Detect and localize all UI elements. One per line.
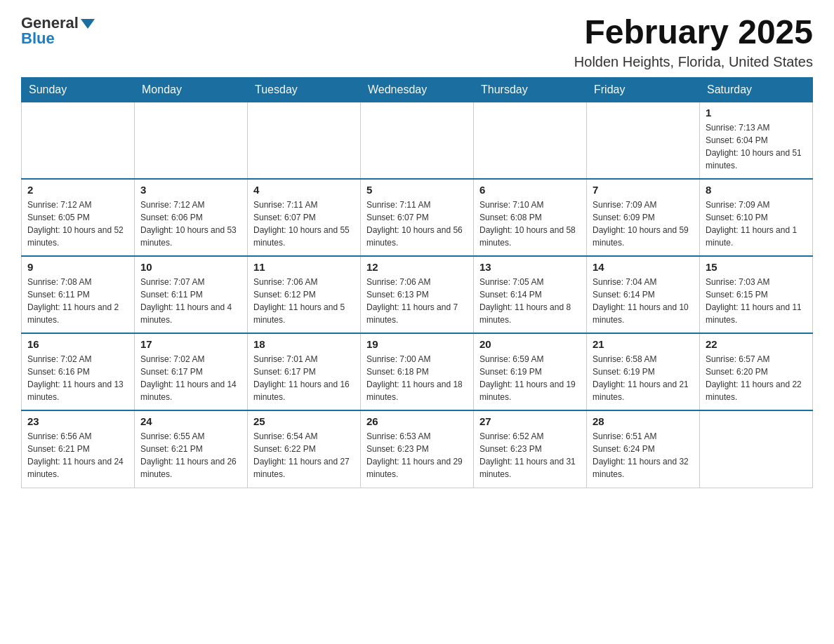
day-number: 16 [27,338,128,350]
sunset-text: Sunset: 6:06 PM [140,211,241,224]
sunrise-text: Sunrise: 7:12 AM [27,199,128,211]
day-info: Sunrise: 7:02 AMSunset: 6:16 PMDaylight:… [27,353,128,403]
sunrise-text: Sunrise: 6:53 AM [366,430,468,443]
day-number: 28 [593,415,694,427]
daylight-text: Daylight: 11 hours and 22 minutes. [706,378,807,403]
daylight-text: Daylight: 11 hours and 24 minutes. [27,455,128,481]
calendar-cell: 7Sunrise: 7:09 AMSunset: 6:09 PMDaylight… [587,179,700,256]
day-info: Sunrise: 6:51 AMSunset: 6:24 PMDaylight:… [593,430,694,481]
calendar-week-row: 9Sunrise: 7:08 AMSunset: 6:11 PMDaylight… [22,256,813,333]
daylight-text: Daylight: 11 hours and 1 minute. [706,224,807,249]
day-number: 13 [479,261,581,273]
day-info: Sunrise: 6:58 AMSunset: 6:19 PMDaylight:… [593,353,694,403]
sunrise-text: Sunrise: 6:58 AM [593,353,694,365]
sunrise-text: Sunrise: 6:56 AM [27,430,128,443]
sunset-text: Sunset: 6:09 PM [593,211,694,224]
daylight-text: Daylight: 11 hours and 21 minutes. [593,378,694,403]
calendar-table: SundayMondayTuesdayWednesdayThursdayFrid… [21,77,813,488]
day-info: Sunrise: 6:57 AMSunset: 6:20 PMDaylight:… [706,353,807,403]
sunset-text: Sunset: 6:13 PM [366,288,468,301]
weekday-header: Thursday [474,77,587,102]
sunrise-text: Sunrise: 6:54 AM [253,430,355,443]
sunrise-text: Sunrise: 6:51 AM [593,430,694,443]
day-info: Sunrise: 6:55 AMSunset: 6:21 PMDaylight:… [140,430,241,481]
sunset-text: Sunset: 6:19 PM [593,365,694,378]
calendar-cell: 11Sunrise: 7:06 AMSunset: 6:12 PMDayligh… [248,256,361,333]
sunset-text: Sunset: 6:08 PM [479,211,581,224]
day-info: Sunrise: 6:53 AMSunset: 6:23 PMDaylight:… [366,430,468,481]
sunrise-text: Sunrise: 7:11 AM [253,199,355,211]
daylight-text: Daylight: 10 hours and 53 minutes. [140,224,241,249]
day-number: 27 [479,415,581,427]
daylight-text: Daylight: 11 hours and 8 minutes. [479,301,581,326]
weekday-header: Friday [587,77,700,102]
day-number: 10 [140,261,241,273]
day-number: 24 [140,415,241,427]
calendar-cell [587,102,700,179]
page-header: General Blue February 2025 Holden Height… [21,14,813,70]
calendar-cell [135,102,248,179]
sunset-text: Sunset: 6:19 PM [479,365,581,378]
day-number: 14 [593,261,694,273]
calendar-cell: 28Sunrise: 6:51 AMSunset: 6:24 PMDayligh… [587,410,700,488]
daylight-text: Daylight: 11 hours and 7 minutes. [366,301,468,326]
daylight-text: Daylight: 11 hours and 11 minutes. [706,301,807,326]
daylight-text: Daylight: 11 hours and 10 minutes. [593,301,694,326]
logo-blue-text: Blue [21,29,55,48]
calendar-cell: 18Sunrise: 7:01 AMSunset: 6:17 PMDayligh… [248,333,361,410]
calendar-cell [22,102,135,179]
day-number: 18 [253,338,355,350]
calendar-cell: 15Sunrise: 7:03 AMSunset: 6:15 PMDayligh… [700,256,813,333]
daylight-text: Daylight: 11 hours and 14 minutes. [140,378,241,403]
calendar-cell: 4Sunrise: 7:11 AMSunset: 6:07 PMDaylight… [248,179,361,256]
sunset-text: Sunset: 6:11 PM [140,288,241,301]
day-info: Sunrise: 7:06 AMSunset: 6:12 PMDaylight:… [253,276,355,326]
sunrise-text: Sunrise: 7:04 AM [593,276,694,288]
sunset-text: Sunset: 6:24 PM [593,443,694,455]
daylight-text: Daylight: 10 hours and 55 minutes. [253,224,355,249]
title-block: February 2025 Holden Heights, Florida, U… [574,14,813,70]
sunrise-text: Sunrise: 7:02 AM [140,353,241,365]
calendar-cell: 21Sunrise: 6:58 AMSunset: 6:19 PMDayligh… [587,333,700,410]
sunset-text: Sunset: 6:22 PM [253,443,355,455]
daylight-text: Daylight: 11 hours and 16 minutes. [253,378,355,403]
day-info: Sunrise: 6:59 AMSunset: 6:19 PMDaylight:… [479,353,581,403]
sunrise-text: Sunrise: 6:55 AM [140,430,241,443]
daylight-text: Daylight: 11 hours and 32 minutes. [593,455,694,481]
sunrise-text: Sunrise: 7:06 AM [253,276,355,288]
sunrise-text: Sunrise: 7:03 AM [706,276,807,288]
day-number: 6 [479,184,581,196]
sunset-text: Sunset: 6:07 PM [253,211,355,224]
day-number: 5 [366,184,468,196]
sunset-text: Sunset: 6:21 PM [140,443,241,455]
day-info: Sunrise: 6:54 AMSunset: 6:22 PMDaylight:… [253,430,355,481]
sunrise-text: Sunrise: 7:10 AM [479,199,581,211]
day-info: Sunrise: 7:11 AMSunset: 6:07 PMDaylight:… [253,199,355,249]
daylight-text: Daylight: 11 hours and 27 minutes. [253,455,355,481]
day-info: Sunrise: 7:08 AMSunset: 6:11 PMDaylight:… [27,276,128,326]
daylight-text: Daylight: 11 hours and 26 minutes. [140,455,241,481]
day-info: Sunrise: 7:02 AMSunset: 6:17 PMDaylight:… [140,353,241,403]
sunset-text: Sunset: 6:18 PM [366,365,468,378]
sunset-text: Sunset: 6:05 PM [27,211,128,224]
sunrise-text: Sunrise: 7:13 AM [706,121,807,134]
day-info: Sunrise: 7:05 AMSunset: 6:14 PMDaylight:… [479,276,581,326]
weekday-header: Monday [135,77,248,102]
weekday-header: Tuesday [248,77,361,102]
calendar-cell: 16Sunrise: 7:02 AMSunset: 6:16 PMDayligh… [22,333,135,410]
sunset-text: Sunset: 6:16 PM [27,365,128,378]
sunset-text: Sunset: 6:20 PM [706,365,807,378]
daylight-text: Daylight: 11 hours and 19 minutes. [479,378,581,403]
sunset-text: Sunset: 6:11 PM [27,288,128,301]
logo-arrow-icon [81,19,95,29]
calendar-title: February 2025 [574,14,813,51]
logo: General Blue [21,14,95,48]
day-number: 25 [253,415,355,427]
calendar-cell [474,102,587,179]
sunrise-text: Sunrise: 7:01 AM [253,353,355,365]
day-info: Sunrise: 7:12 AMSunset: 6:06 PMDaylight:… [140,199,241,249]
sunrise-text: Sunrise: 6:52 AM [479,430,581,443]
calendar-cell: 17Sunrise: 7:02 AMSunset: 6:17 PMDayligh… [135,333,248,410]
calendar-cell [248,102,361,179]
sunrise-text: Sunrise: 7:02 AM [27,353,128,365]
